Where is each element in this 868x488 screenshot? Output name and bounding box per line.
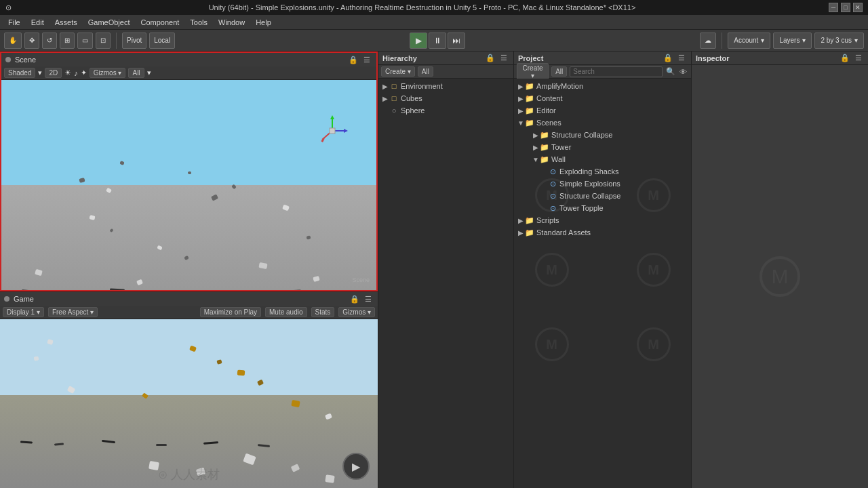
hand-tool-button[interactable]: ✋ [4,33,22,49]
project-lock-icon[interactable]: 🔒 [663,53,673,64]
transform-tool-button[interactable]: ⊡ [96,33,111,49]
game-lock-icon[interactable]: 🔒 [349,293,360,304]
game-tab[interactable]: Game [14,295,34,303]
project-item-wall-folder[interactable]: ▼ 📁 Wall [514,153,691,165]
hierarchy-item-sphere[interactable]: ○ Sphere [378,104,513,117]
maximize-on-play[interactable]: Maximize on Play [200,307,261,317]
scene-viewport[interactable]: Scene [1,80,376,290]
hierarchy-item-environment[interactable]: ▶ □ Environment [378,80,513,92]
stats-button[interactable]: Stats [311,307,335,317]
hierarchy-create-button[interactable]: Create ▾ [381,66,415,77]
sphere-arrow [381,106,389,115]
project-item-content[interactable]: ▶ 📁 Content [514,92,691,104]
gizmos-button[interactable]: Gizmos ▾ [90,68,126,78]
project-create-button[interactable]: Create ▾ [517,63,549,81]
menu-window[interactable]: Window [213,17,250,28]
cursor-position: Scene [352,277,370,283]
scene-tab[interactable]: Scene [15,56,36,64]
shaded-button[interactable]: Shaded [4,68,35,78]
step-button[interactable]: ⏭ [448,33,465,49]
audio-icon[interactable]: ♪ [74,69,78,77]
hierarchy-all-button[interactable]: All [418,66,433,77]
rotate-tool-button[interactable]: ↺ [42,33,57,49]
game-play-overlay-button[interactable]: ▶ [342,453,370,480]
pivot-button[interactable]: Pivot [122,33,146,49]
project-item-scripts[interactable]: ▶ 📁 Scripts [514,214,691,226]
scene-lock-icon[interactable]: 🔒 [348,54,359,65]
fx-icon[interactable]: ✦ [81,68,87,77]
inspector-lock-icon[interactable]: 🔒 [840,53,850,64]
pause-button[interactable]: ⏸ [429,33,446,49]
content-label: Content [536,94,563,102]
project-all-button[interactable]: All [551,66,567,77]
layers-dropdown[interactable]: Layers ▾ [773,33,812,49]
project-item-scenes[interactable]: ▼ 📁 Scenes [514,117,691,129]
play-button[interactable]: ▶ [410,33,427,49]
debris-g7 [286,289,301,290]
hierarchy-item-cubes[interactable]: ▶ □ Cubes [378,92,513,104]
local-button[interactable]: Local [149,33,175,49]
account-arrow: ▾ [761,37,764,44]
2d-button[interactable]: 2D [45,68,62,78]
project-item-exploding-shacks[interactable]: ⊙ Exploding Shacks [514,165,691,178]
move-tool-button[interactable]: ✥ [24,33,39,49]
menu-tools[interactable]: Tools [184,17,213,28]
hierarchy-panel-icons: 🔒 ☰ [485,53,509,64]
menu-assets[interactable]: Assets [50,17,83,28]
scene-menu-icon[interactable]: ☰ [361,54,372,65]
project-search-input[interactable] [570,66,663,77]
menu-help[interactable]: Help [250,17,277,28]
project-item-structure-collapse-folder[interactable]: ▶ 📁 Structure Collapse [514,129,691,141]
game-panel: Game 🔒 ☰ Display 1 ▾ Free Aspect ▾ Maxim… [0,291,378,488]
project-menu-icon[interactable]: ☰ [676,53,687,64]
hierarchy-lock-icon[interactable]: 🔒 [485,53,496,64]
project-item-structure-collapse-scene[interactable]: ⊙ Structure Collapse [514,190,691,202]
wall-folder-icon: 📁 [540,155,549,164]
gdebris-g3 [102,440,115,443]
project-search-icon[interactable]: 🔍 [665,66,675,77]
project-item-editor[interactable]: ▶ 📁 Editor [514,104,691,117]
inspector-title: Inspector [696,54,730,62]
tower-folder-icon: 📁 [540,142,549,152]
es-scene-icon: ⊙ [548,167,557,176]
debris-g3 [110,288,125,290]
project-eye-icon[interactable]: 👁 [678,66,688,77]
game-gizmos-button[interactable]: Gizmos ▾ [338,307,375,317]
cubes-arrow: ▶ [381,94,389,102]
content-arrow: ▶ [517,94,525,102]
rect-tool-button[interactable]: ▭ [77,33,93,49]
minimize-button[interactable]: ─ [829,3,838,12]
scale-tool-button[interactable]: ⊞ [60,33,75,49]
game-menu-icon[interactable]: ☰ [363,293,374,304]
gdebris-b4 [291,464,300,472]
project-content: ▶ 📁 AmplifyMotion ▶ 📁 Content ▶ 📁 E [514,79,691,488]
menu-edit[interactable]: Edit [26,17,50,28]
aspect-button[interactable]: Free Aspect ▾ [48,307,98,317]
mute-audio[interactable]: Mute audio [265,307,307,317]
cloud-button[interactable]: ☁ [700,33,716,49]
toolbar: ✋ ✥ ↺ ⊞ ▭ ⊡ Pivot Local ▶ ⏸ ⏭ ☁ Account … [0,30,868,52]
tower-topple-label: Tower Topple [559,204,604,212]
display-button[interactable]: Display 1 ▾ [3,307,44,317]
inspector-menu-icon[interactable]: ☰ [853,53,864,64]
debris-11 [157,245,162,250]
project-item-tower-folder[interactable]: ▶ 📁 Tower [514,141,691,153]
project-item-amplifymotion[interactable]: ▶ 📁 AmplifyMotion [514,80,691,92]
project-item-tower-topple[interactable]: ⊙ Tower Topple [514,202,691,214]
account-dropdown[interactable]: Account ▾ [728,33,770,49]
menu-component[interactable]: Component [135,17,184,28]
all-button[interactable]: All [128,68,144,78]
close-button[interactable]: ✕ [853,3,863,12]
menu-gameobject[interactable]: GameObject [83,17,136,28]
menu-file[interactable]: File [3,17,26,28]
maximize-button[interactable]: □ [841,3,850,12]
project-title: Project [518,54,543,62]
wall-folder-arrow: ▼ [532,155,540,163]
hierarchy-menu-icon[interactable]: ☰ [498,53,509,64]
debris-5 [211,194,218,201]
game-viewport[interactable]: ⊙ 人人素材 ▶ [0,319,378,488]
lighting-icon[interactable]: ☀ [64,68,71,77]
project-item-standard-assets[interactable]: ▶ 📁 Standard Assets [514,226,691,239]
project-item-simple-explosions[interactable]: ⊙ Simple Explosions [514,178,691,190]
layout-dropdown[interactable]: 2 by 3 cus ▾ [814,33,864,49]
